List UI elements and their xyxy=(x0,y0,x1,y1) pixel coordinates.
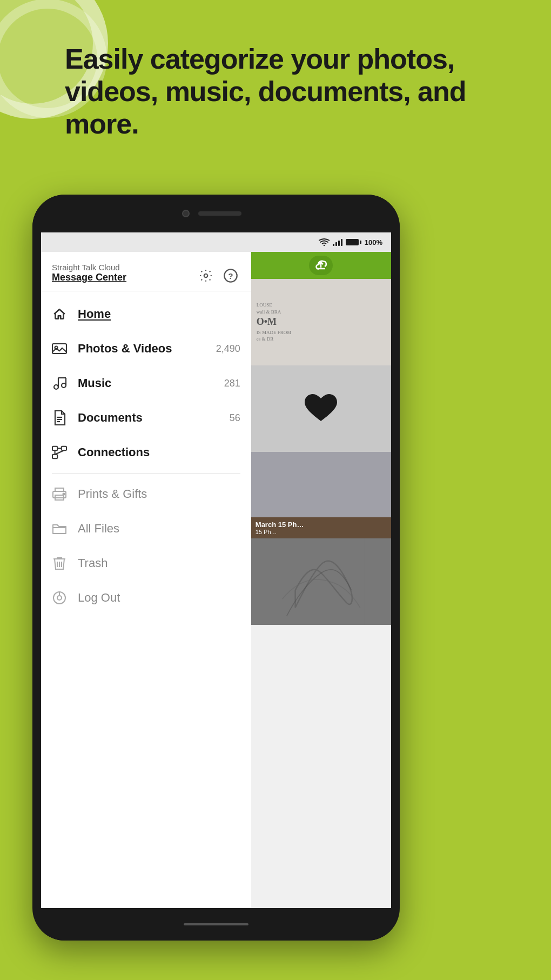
nav-drawer: Straight Talk Cloud Message Center xyxy=(41,252,251,908)
nav-label-photos: Photos & Videos xyxy=(78,342,205,356)
photo-item-3: March 15 Ph… 15 Ph… xyxy=(251,452,391,538)
nav-divider xyxy=(41,473,251,474)
nav-count-photos: 2,490 xyxy=(216,343,240,355)
cloud-upload-button[interactable] xyxy=(309,256,333,275)
trash-icon xyxy=(52,556,67,571)
photo-item-2 xyxy=(251,365,391,452)
nav-list: Home Photos & Videos 2,490 xyxy=(41,291,251,908)
help-button[interactable]: ? xyxy=(221,266,240,285)
music-icon xyxy=(52,376,67,391)
svg-point-28 xyxy=(57,596,62,600)
nav-item-connections[interactable]: Connections xyxy=(41,435,251,470)
app-header: Straight Talk Cloud Message Center xyxy=(41,252,251,291)
screen-content: Straight Talk Cloud Message Center xyxy=(41,252,391,908)
settings-button[interactable] xyxy=(196,266,216,285)
nav-label-documents: Documents xyxy=(78,411,219,425)
home-indicator xyxy=(184,923,248,925)
svg-point-0 xyxy=(204,274,208,278)
nav-label-connections: Connections xyxy=(78,445,230,459)
wifi-icon xyxy=(319,238,330,246)
nav-item-home[interactable]: Home xyxy=(41,297,251,331)
prints-icon xyxy=(52,486,67,502)
svg-point-5 xyxy=(54,385,58,389)
app-brand: Straight Talk Cloud xyxy=(52,263,126,272)
app-subtitle: Message Center xyxy=(52,272,126,283)
signal-icon xyxy=(333,238,342,246)
svg-rect-13 xyxy=(52,446,57,450)
photo-icon xyxy=(52,341,67,356)
nav-count-music: 281 xyxy=(224,378,240,389)
nav-item-trash[interactable]: Trash xyxy=(41,546,251,581)
status-bar: 100% xyxy=(41,232,391,252)
nav-count-documents: 56 xyxy=(230,412,240,424)
nav-item-allfiles[interactable]: All Files xyxy=(41,511,251,546)
phone-speaker xyxy=(198,211,241,216)
svg-rect-3 xyxy=(52,344,66,354)
svg-point-6 xyxy=(62,383,66,388)
connections-icon xyxy=(52,445,67,460)
svg-line-18 xyxy=(55,450,64,454)
home-icon xyxy=(52,306,67,322)
nav-item-photos[interactable]: Photos & Videos 2,490 xyxy=(41,331,251,366)
app-header-row: Straight Talk Cloud Message Center xyxy=(52,263,240,285)
front-camera xyxy=(182,210,190,217)
nav-label-logout: Log Out xyxy=(78,591,240,605)
svg-text:?: ? xyxy=(228,271,233,281)
svg-point-21 xyxy=(63,494,65,495)
nav-item-prints[interactable]: Prints & Gifts xyxy=(41,477,251,511)
doc-icon xyxy=(52,410,67,425)
logout-icon xyxy=(52,590,67,605)
phone-bottom xyxy=(41,908,391,941)
photo-pattern-4 xyxy=(251,538,391,625)
nav-label-prints: Prints & Gifts xyxy=(78,487,240,501)
gear-icon xyxy=(199,269,213,283)
svg-rect-30 xyxy=(278,538,364,625)
photo-label-3: March 15 Ph… 15 Ph… xyxy=(251,517,391,538)
phone-mockup: 100% Straight Talk Cloud Message Center xyxy=(32,195,400,941)
nav-label-trash: Trash xyxy=(78,556,240,570)
nav-item-documents[interactable]: Documents 56 xyxy=(41,401,251,435)
battery-icon xyxy=(346,239,361,245)
heart-decoration xyxy=(305,394,337,424)
header-actions: ? xyxy=(196,266,240,285)
battery-percent: 100% xyxy=(365,238,382,246)
phone-notch xyxy=(32,195,400,232)
help-icon: ? xyxy=(223,268,238,283)
photo-text-1: LOUSE wall & BRA O•M IS MADE FROM es & D… xyxy=(257,302,386,343)
app-branding: Straight Talk Cloud Message Center xyxy=(52,263,126,283)
nav-item-music[interactable]: Music 281 xyxy=(41,366,251,401)
photo-grid: LOUSE wall & BRA O•M IS MADE FROM es & D… xyxy=(251,279,391,625)
svg-rect-14 xyxy=(62,446,66,450)
nav-label-allfiles: All Files xyxy=(78,522,240,536)
svg-rect-15 xyxy=(52,455,57,458)
headline: Easily categorize your photos, videos, m… xyxy=(65,43,519,140)
content-header xyxy=(251,252,391,279)
status-icons: 100% xyxy=(319,238,382,246)
photo-item-4 xyxy=(251,538,391,625)
photo-item-1: LOUSE wall & BRA O•M IS MADE FROM es & D… xyxy=(251,279,391,365)
nav-item-logout[interactable]: Log Out xyxy=(41,581,251,615)
content-panel: LOUSE wall & BRA O•M IS MADE FROM es & D… xyxy=(251,252,391,908)
nav-label-music: Music xyxy=(78,376,213,390)
folder-icon xyxy=(52,521,67,536)
nav-label-home: Home xyxy=(78,307,230,321)
